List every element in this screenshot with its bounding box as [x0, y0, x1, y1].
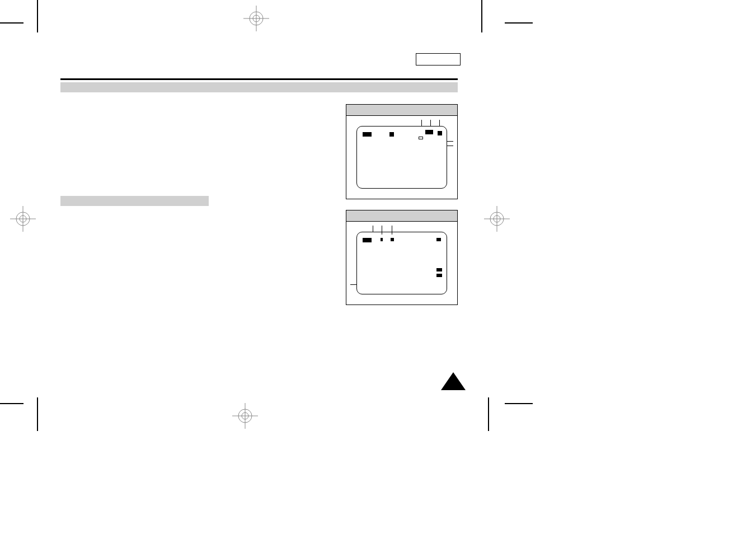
registration-mark-icon — [484, 206, 510, 232]
callout-tick — [430, 120, 431, 127]
registration-mark-icon — [243, 6, 269, 31]
registration-mark-icon — [10, 206, 36, 232]
indicator-icon — [391, 238, 394, 241]
subsection-bar — [60, 196, 209, 206]
callout-tick — [439, 120, 440, 127]
crop-mark — [481, 0, 482, 32]
small-icon — [436, 274, 442, 277]
crop-mark — [0, 403, 24, 404]
callout-tick — [421, 120, 422, 127]
crop-mark — [505, 403, 533, 404]
callout-tick — [382, 226, 382, 235]
figure-2-panel — [346, 221, 458, 305]
figure-1-panel — [346, 115, 458, 199]
indicator-icon — [436, 238, 441, 241]
indicator-icon — [381, 238, 383, 241]
callout-tick — [447, 141, 453, 142]
device-outline-icon — [356, 232, 447, 294]
callout-tick — [392, 226, 392, 235]
crop-mark — [488, 397, 489, 431]
battery-icon — [363, 132, 372, 137]
figure-2 — [346, 210, 458, 305]
figure-1-caption-bar — [346, 104, 458, 115]
crop-mark — [505, 22, 533, 24]
arrow-icon — [425, 132, 433, 134]
page-number-box — [416, 53, 461, 65]
figure-1 — [346, 104, 458, 199]
small-box-icon — [419, 137, 423, 139]
callout-tick — [350, 284, 357, 285]
section-bar — [60, 82, 458, 92]
divider-thick — [60, 78, 458, 80]
crop-mark — [37, 397, 38, 431]
indicator-icon — [389, 132, 394, 137]
callout-tick — [447, 146, 453, 146]
registration-mark-icon — [232, 403, 258, 429]
figure-2-caption-bar — [346, 210, 458, 221]
device-outline-icon — [356, 126, 447, 189]
small-icon — [436, 268, 442, 271]
lock-icon — [438, 131, 442, 135]
crop-mark — [37, 0, 38, 32]
callout-tick — [373, 226, 373, 232]
battery-icon — [363, 238, 372, 242]
page-turn-triangle-icon — [441, 372, 466, 390]
crop-mark — [0, 22, 24, 24]
page-content — [60, 56, 458, 206]
